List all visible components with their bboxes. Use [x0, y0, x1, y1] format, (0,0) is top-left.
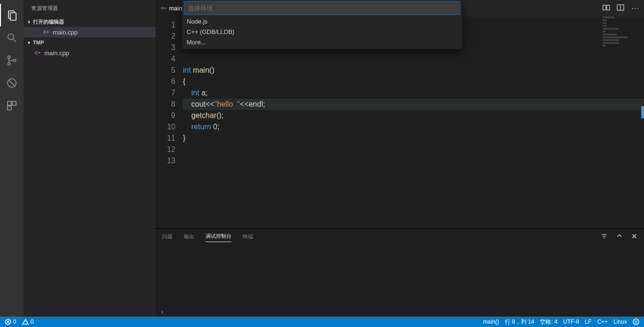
- section-label: 打开的编辑器: [33, 18, 64, 25]
- chevron-down-icon: ▾: [25, 19, 32, 25]
- quickpick-item-more[interactable]: More...: [182, 37, 462, 47]
- status-warnings[interactable]: 0: [22, 319, 34, 325]
- file-label: main.cpp: [53, 29, 78, 36]
- bottom-panel: 问题 输出 调试控制台 终端: [156, 228, 644, 317]
- section-workspace[interactable]: ▾ TMP: [24, 37, 156, 48]
- svg-rect-9: [8, 101, 11, 105]
- panel-filter-icon[interactable]: [601, 233, 608, 241]
- explorer-sidebar: 资源管理器 ▾ 打开的编辑器 C+ main.cpp ▾ TMP C+ main…: [24, 0, 156, 317]
- svg-rect-12: [603, 5, 606, 10]
- panel-tab-terminal[interactable]: 终端: [243, 231, 253, 242]
- panel-body[interactable]: [156, 244, 644, 306]
- tab-label: main.cpp: [169, 5, 183, 12]
- chevron-down-icon: ▾: [25, 40, 32, 45]
- svg-rect-13: [607, 5, 610, 10]
- status-encoding[interactable]: UTF-8: [563, 319, 579, 325]
- svg-point-25: [635, 321, 636, 321]
- source-control-icon[interactable]: [0, 49, 24, 72]
- cpp-file-icon: C+: [161, 5, 166, 12]
- svg-line-8: [9, 80, 15, 86]
- svg-point-24: [633, 319, 639, 325]
- sidebar-title: 资源管理器: [24, 0, 156, 17]
- panel-collapse-icon[interactable]: [616, 233, 623, 240]
- editor-area: C+ main.cpp ···: [156, 0, 644, 317]
- line-gutter: 12 34 56 78 910 1112 13: [156, 17, 183, 228]
- status-spaces[interactable]: 空格: 4: [540, 318, 557, 326]
- cpp-file-icon: C+: [42, 28, 50, 36]
- panel-tab-problems[interactable]: 问题: [162, 231, 173, 242]
- status-line-col[interactable]: 行 8，列 14: [505, 318, 535, 326]
- file-label: main.cpp: [44, 50, 69, 57]
- status-bar: 0 0 main() 行 8，列 14 空格: 4 UTF-8 LF C++ L…: [0, 317, 644, 327]
- svg-rect-1: [10, 13, 16, 20]
- svg-point-5: [8, 63, 10, 65]
- extensions-icon[interactable]: [0, 94, 24, 117]
- panel-tab-output[interactable]: 输出: [184, 231, 194, 242]
- quickpick-list: Node.js C++ (GDB/LLDB) More...: [182, 15, 462, 49]
- section-open-editors[interactable]: ▾ 打开的编辑器: [24, 17, 156, 27]
- svg-rect-11: [8, 106, 11, 110]
- cpp-file-icon: C+: [34, 49, 41, 57]
- section-label: TMP: [33, 40, 44, 45]
- status-errors[interactable]: 0: [5, 319, 17, 325]
- open-editor-file[interactable]: C+ main.cpp: [24, 27, 156, 37]
- status-feedback-icon[interactable]: [633, 319, 639, 325]
- status-language[interactable]: C++: [597, 319, 608, 325]
- quickpick-input-wrap: [184, 1, 460, 15]
- status-function[interactable]: main(): [483, 319, 499, 325]
- quickpick-item-nodejs[interactable]: Node.js: [182, 16, 462, 26]
- compare-changes-icon[interactable]: [603, 4, 610, 13]
- quickpick-item-cpp[interactable]: C++ (GDB/LLDB): [182, 26, 462, 37]
- quickpick-input[interactable]: [184, 1, 460, 15]
- tab-actions: ···: [603, 0, 644, 17]
- panel-tab-debug-console[interactable]: 调试控制台: [206, 231, 231, 242]
- svg-point-6: [14, 59, 16, 62]
- search-icon[interactable]: [0, 26, 24, 49]
- status-eol[interactable]: LF: [585, 319, 592, 325]
- overview-ruler-mark: [641, 106, 644, 118]
- svg-rect-10: [12, 101, 16, 105]
- panel-close-icon[interactable]: [631, 233, 637, 240]
- split-editor-icon[interactable]: [617, 4, 624, 13]
- panel-tabs: 问题 输出 调试控制台 终端: [156, 229, 644, 244]
- explorer-icon[interactable]: [0, 4, 24, 26]
- debug-console-input-chevron[interactable]: ›: [156, 306, 644, 317]
- workspace-file[interactable]: C+ main.cpp: [24, 48, 156, 58]
- svg-point-26: [637, 321, 637, 321]
- svg-point-4: [8, 56, 10, 59]
- activity-bar: [0, 0, 24, 317]
- svg-line-3: [13, 39, 16, 42]
- quickpick-environment: Node.js C++ (GDB/LLDB) More...: [182, 0, 462, 49]
- debug-icon[interactable]: [0, 72, 24, 94]
- svg-point-2: [8, 34, 14, 40]
- more-actions-icon[interactable]: ···: [631, 4, 640, 13]
- status-os[interactable]: Linux: [613, 319, 627, 325]
